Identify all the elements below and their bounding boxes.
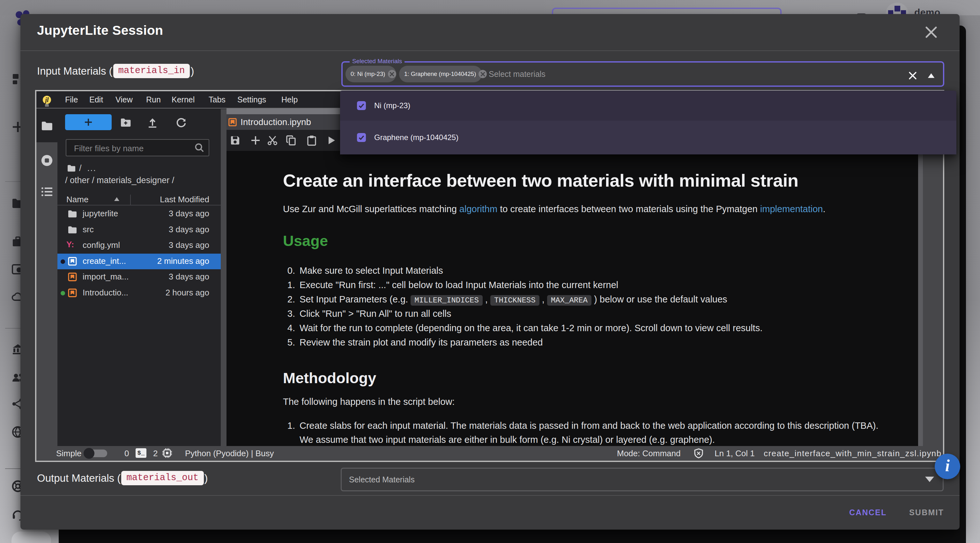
cancel-button[interactable]: CANCEL xyxy=(849,508,886,517)
chip-delete-icon[interactable] xyxy=(388,70,396,78)
output-label-prefix: Output Materials ( xyxy=(37,472,121,484)
file-row-src[interactable]: src 3 days ago xyxy=(57,222,221,238)
notebook-icon xyxy=(228,118,237,126)
file-name: create_int... xyxy=(83,256,126,266)
item-text: ) below or use the default values xyxy=(592,294,727,304)
file-name: config.yml xyxy=(83,240,120,250)
terminal-icon: $_ xyxy=(135,448,146,458)
save-icon[interactable] xyxy=(230,135,240,146)
output-materials-select[interactable] xyxy=(341,468,943,491)
trust-shield-icon[interactable] xyxy=(694,448,704,459)
menu-file[interactable]: File xyxy=(65,91,78,108)
collapse-dropdown-icon[interactable] xyxy=(928,73,935,78)
chip-graphene-label: 1: Graphene (mp-1040425) xyxy=(404,70,476,78)
submit-button[interactable]: SUBMIT xyxy=(909,508,944,517)
checkbox-checked-icon[interactable] xyxy=(357,101,366,110)
intro-text: Use Zur and McGill superlattices matchin… xyxy=(283,204,460,214)
item-text: Review the strain plot and modify its pa… xyxy=(299,337,542,347)
toc-tab-icon[interactable] xyxy=(41,186,53,198)
run-icon[interactable] xyxy=(326,135,337,146)
methodology-heading: Methodology xyxy=(283,369,376,387)
item-text: , xyxy=(539,294,547,304)
breadcrumb-ellipsis[interactable]: ... xyxy=(88,163,97,173)
breadcrumb-path[interactable]: / other / materials_designer / xyxy=(65,175,174,185)
notebook-scrollbar[interactable] xyxy=(918,151,923,446)
mode-indicator[interactable]: Mode: Command xyxy=(617,449,681,459)
checkbox-checked-icon[interactable] xyxy=(357,133,366,142)
usage-item-2: 2.Set Input Parameters (e.g. MILLER_INDI… xyxy=(283,294,727,305)
file-row-config[interactable]: Y: config.yml 3 days ago xyxy=(57,238,221,254)
output-label-suffix: ) xyxy=(205,472,208,484)
running-tab-icon[interactable] xyxy=(41,154,53,167)
file-list-header: Name Last Modified xyxy=(57,194,221,205)
sort-caret-icon[interactable] xyxy=(114,196,120,202)
selected-materials-input-label: Selected Materials xyxy=(350,58,404,65)
file-name: Introductio... xyxy=(83,288,128,298)
kernels-count[interactable]: 2 xyxy=(153,449,158,459)
terminals-count[interactable]: 0 xyxy=(124,449,129,459)
chip-graphene[interactable]: 1: Graphene (mp-1040425) xyxy=(399,66,482,82)
menu-kernel[interactable]: Kernel xyxy=(172,91,195,108)
input-materials-label: Input Materials (materials_in) xyxy=(37,64,194,78)
kernel-icon xyxy=(162,448,172,458)
item-number: 0. xyxy=(283,266,295,276)
jupyter-statusbar: Simple 0 $_ 2 Python (Pyodide) | Busy Mo… xyxy=(37,446,943,461)
simple-toggle[interactable] xyxy=(85,449,107,457)
chip-ni-label: 0: Ni (mp-23) xyxy=(351,70,385,78)
usage-item-0: 0.Make sure to select Input Materials xyxy=(283,266,443,276)
files-tab-icon[interactable] xyxy=(41,120,53,132)
file-row-import-material[interactable]: import_ma... 3 days ago xyxy=(57,269,221,285)
dialog-title: JupyterLite Session xyxy=(37,23,163,38)
column-last-modified[interactable]: Last Modified xyxy=(160,194,209,204)
file-modified: 3 days ago xyxy=(169,225,209,234)
panel-splitter[interactable] xyxy=(221,109,226,446)
file-browser-panel: Filter files by name / ... / other / mat… xyxy=(57,109,221,446)
new-folder-icon[interactable] xyxy=(120,117,131,128)
cut-icon[interactable] xyxy=(267,135,278,146)
notebook-intro: Use Zur and McGill superlattices matchin… xyxy=(283,204,826,214)
menu-help[interactable]: Help xyxy=(282,91,298,108)
select-materials-placeholder[interactable]: Select materials xyxy=(489,70,546,79)
column-name[interactable]: Name xyxy=(66,194,88,204)
title-divider xyxy=(21,50,959,51)
info-fab-button[interactable]: i xyxy=(935,454,960,479)
paste-icon[interactable] xyxy=(306,135,317,146)
file-name: jupyterlite xyxy=(83,209,118,218)
upload-icon[interactable] xyxy=(147,117,158,128)
right-sidebar-tabstrip xyxy=(923,114,943,446)
menu-run[interactable]: Run xyxy=(146,91,161,108)
option-graphene[interactable]: Graphene (mp-1040425) xyxy=(340,121,956,154)
screen: demo JupyterLite Session xyxy=(0,0,980,543)
app-header xyxy=(0,0,980,15)
copy-icon[interactable] xyxy=(286,135,297,146)
file-row-jupyterlite[interactable]: jupyterlite 3 days ago xyxy=(57,206,221,222)
item-text: Make sure to select Input Materials xyxy=(299,266,443,275)
add-cell-icon[interactable] xyxy=(250,135,261,146)
filter-files-input[interactable]: Filter files by name xyxy=(66,139,209,156)
tab-introduction[interactable]: Introduction.ipynb xyxy=(226,114,340,130)
menu-edit[interactable]: Edit xyxy=(89,91,103,108)
footer-divider xyxy=(21,495,959,496)
menu-view[interactable]: View xyxy=(116,91,133,108)
implementation-link[interactable]: implementation xyxy=(760,204,823,214)
item-text: , xyxy=(483,294,490,304)
intro-text: to create interfaces between two materia… xyxy=(497,204,760,214)
breadcrumb-root[interactable]: / xyxy=(79,163,82,173)
refresh-icon[interactable] xyxy=(175,117,187,128)
menu-settings[interactable]: Settings xyxy=(237,91,266,108)
file-modified: 3 days ago xyxy=(169,272,209,282)
chip-ni[interactable]: 0: Ni (mp-23) xyxy=(345,66,396,82)
option-ni[interactable]: Ni (mp-23) xyxy=(340,91,956,121)
new-launcher-button[interactable] xyxy=(65,114,111,130)
option-label: Graphene (mp-1040425) xyxy=(374,133,458,142)
file-row-introduction[interactable]: Introductio... 2 hours ago xyxy=(57,285,221,301)
file-row-create-interface[interactable]: create_int... 2 minutes ago xyxy=(57,254,221,269)
algorithm-link[interactable]: algorithm xyxy=(460,204,497,214)
input-label-suffix: ) xyxy=(191,65,194,77)
clear-selection-icon[interactable] xyxy=(908,71,917,80)
menu-tabs[interactable]: Tabs xyxy=(208,91,226,108)
breadcrumb[interactable]: / ... xyxy=(67,163,96,173)
cursor-position[interactable]: Ln 1, Col 1 xyxy=(714,449,755,459)
kernel-status[interactable]: Python (Pyodide) | Busy xyxy=(185,449,274,459)
close-icon[interactable] xyxy=(921,22,941,42)
